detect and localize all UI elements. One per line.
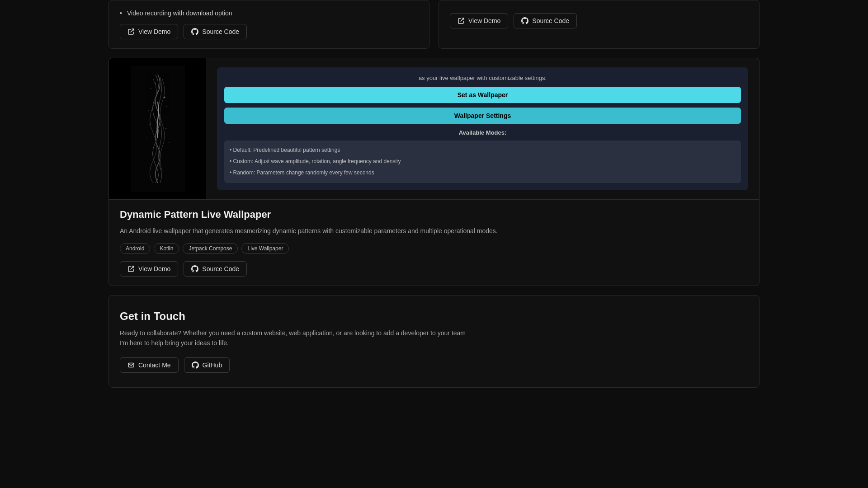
project-buttons: View Demo Source Code (120, 261, 748, 277)
project-card: as your live wallpaper with customizable… (108, 58, 760, 286)
app-screen-subtitle: as your live wallpaper with customizable… (224, 75, 741, 81)
svg-point-4 (166, 106, 167, 107)
tags-row: Android Kotlin Jetpack Compose Live Wall… (120, 243, 748, 254)
tag-kotlin: Kotlin (154, 243, 179, 254)
project-card-inner: as your live wallpaper with customizable… (109, 58, 759, 199)
svg-point-3 (148, 110, 149, 111)
contact-title: Get in Touch (120, 310, 748, 323)
external-link-icon (127, 28, 135, 35)
view-demo-button-top-right[interactable]: View Demo (450, 13, 508, 28)
project-detail: as your live wallpaper with customizable… (206, 58, 759, 199)
top-card-left-buttons: View Demo Source Code (120, 24, 418, 39)
svg-point-5 (155, 83, 156, 84)
bullet-video-recording: Video recording with download option (120, 9, 418, 17)
available-modes-title: Available Modes: (224, 129, 741, 136)
mode-default: • Default: Predefined beautiful pattern … (230, 146, 736, 155)
github-icon-contact (192, 361, 199, 369)
tag-live-wallpaper: Live Wallpaper (241, 243, 289, 254)
project-title: Dynamic Pattern Live Wallpaper (120, 209, 748, 221)
modes-list: • Default: Predefined beautiful pattern … (224, 141, 741, 183)
top-card-left: Video recording with download option Vie… (108, 0, 429, 49)
source-code-button-project[interactable]: Source Code (184, 261, 247, 277)
view-demo-button-top-left[interactable]: View Demo (120, 24, 178, 39)
set-as-wallpaper-button[interactable]: Set as Wallpaper (224, 87, 741, 103)
mode-random: • Random: Parameters change randomly eve… (230, 169, 736, 177)
project-description: An Android live wallpaper that generates… (120, 226, 748, 236)
mail-icon (127, 361, 135, 369)
contact-buttons: Contact Me GitHub (120, 357, 748, 373)
view-demo-button-project[interactable]: View Demo (120, 261, 178, 277)
tag-jetpack-compose: Jetpack Compose (183, 243, 238, 254)
github-icon-top-right (521, 17, 528, 24)
contact-description: Ready to collaborate? Whether you need a… (120, 328, 527, 348)
main-project-section: as your live wallpaper with customizable… (0, 58, 868, 286)
svg-point-1 (151, 88, 151, 89)
svg-point-7 (149, 124, 150, 125)
svg-point-6 (161, 90, 162, 91)
mode-custom: • Custom: Adjust wave amplitude, rotatio… (230, 157, 736, 166)
svg-point-10 (169, 142, 170, 143)
contact-section: Get in Touch Ready to collaborate? Wheth… (108, 295, 760, 388)
project-preview (109, 58, 206, 199)
source-code-button-top-right[interactable]: Source Code (514, 13, 577, 28)
svg-point-2 (164, 96, 165, 98)
source-code-button-top-left[interactable]: Source Code (184, 24, 247, 39)
svg-point-8 (165, 128, 166, 129)
external-link-icon-project (127, 265, 135, 272)
project-info: Dynamic Pattern Live Wallpaper An Androi… (109, 199, 759, 286)
app-screen-mockup: as your live wallpaper with customizable… (217, 67, 748, 190)
top-card-right-buttons: View Demo Source Code (450, 13, 748, 28)
phone-screen (109, 58, 206, 199)
top-card-right: View Demo Source Code (439, 0, 760, 49)
tag-android: Android (120, 243, 150, 254)
github-button-contact[interactable]: GitHub (184, 357, 230, 373)
github-icon-top-left (191, 28, 198, 35)
wallpaper-settings-button[interactable]: Wallpaper Settings (224, 108, 741, 124)
svg-point-9 (146, 137, 147, 138)
external-link-icon-right (458, 17, 465, 24)
contact-me-button[interactable]: Contact Me (120, 357, 179, 373)
github-icon-project (191, 265, 198, 272)
